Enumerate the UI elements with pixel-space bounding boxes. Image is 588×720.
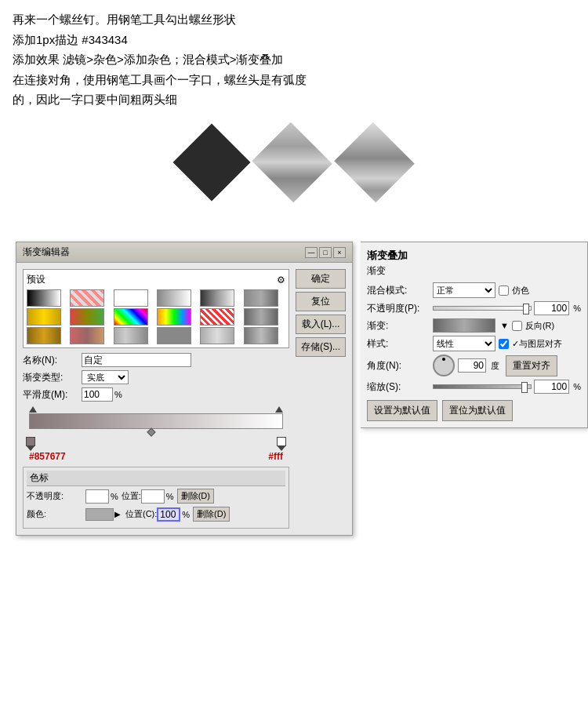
preset-item[interactable] <box>244 289 278 307</box>
opacity-pos-unit: % <box>166 492 174 501</box>
color-stop-left[interactable] <box>26 437 35 451</box>
text-line-3: 添加效果 滤镜>杂色>添加杂色；混合模式>渐变叠加 <box>13 49 575 70</box>
preset-item[interactable] <box>244 327 278 344</box>
preset-item[interactable] <box>70 308 104 325</box>
style-row: 样式: 线性 ✓与图层对齐 <box>367 336 581 351</box>
blend-label: 混合模式: <box>367 284 430 297</box>
preset-item[interactable] <box>70 289 104 307</box>
dialog-body: 预设 ⚙ <box>16 263 352 535</box>
shape-dark-diamond <box>173 123 251 201</box>
shape-3d-diamond <box>334 122 415 202</box>
preset-item[interactable] <box>200 327 234 344</box>
preset-item[interactable] <box>200 289 234 307</box>
angle-degree-label: 度 <box>491 360 499 372</box>
preset-item[interactable] <box>200 308 234 325</box>
color-position-input[interactable] <box>157 507 180 522</box>
opacity-stop-right[interactable] <box>275 406 283 413</box>
opacity-stop-left[interactable] <box>29 406 37 413</box>
gradient-row: 渐变: ▼ 反向(R) <box>367 318 581 333</box>
save-button[interactable]: 存储(S)... <box>296 337 346 357</box>
opacity-percent-row: 不透明度(P): % <box>367 301 581 315</box>
text-line-5: 的，因此一字口要中间粗两头细 <box>13 89 575 110</box>
name-label: 名称(N): <box>23 354 82 367</box>
dialog-right-buttons: 确定 复位 载入(L)... 存储(S)... <box>296 269 346 529</box>
titlebar-controls: — □ × <box>305 247 346 258</box>
bottom-buttons: 设置为默认值 置位为默认值 <box>367 400 581 421</box>
preset-item[interactable] <box>157 308 191 325</box>
gradient-bar <box>30 414 282 428</box>
set-default-button[interactable]: 设置为默认值 <box>367 400 437 421</box>
midpoint-marker[interactable] <box>147 427 156 436</box>
align-layer-checkbox[interactable] <box>499 339 509 349</box>
preset-item[interactable] <box>114 289 148 307</box>
color-arrow-icon[interactable]: ▶ <box>114 510 121 518</box>
opacity-slider[interactable] <box>433 306 532 311</box>
preset-item[interactable] <box>157 327 191 344</box>
restore-button[interactable]: □ <box>319 247 332 258</box>
blend-select[interactable]: 正常 <box>433 282 495 298</box>
opacity-value-input[interactable] <box>534 301 569 315</box>
smooth-input[interactable] <box>82 387 113 402</box>
angle-input[interactable] <box>458 358 486 373</box>
reset-default-button[interactable]: 置位为默认值 <box>442 400 513 421</box>
overlay-section-title: 渐变叠加 <box>367 249 581 263</box>
scale-slider[interactable] <box>433 384 532 389</box>
reset-button[interactable]: 复位 <box>296 292 346 311</box>
preset-item[interactable] <box>27 289 61 307</box>
angle-row: 角度(N): 度 重置对齐 <box>367 355 581 376</box>
preset-item[interactable] <box>27 308 61 325</box>
scale-row: 缩放(S): % <box>367 380 581 394</box>
preset-label: 预设 <box>27 273 45 286</box>
color-stops-row <box>23 437 289 451</box>
angle-label: 角度(N): <box>367 359 430 373</box>
delete-opacity-button[interactable]: 删除(D) <box>177 489 214 504</box>
scale-thumb[interactable] <box>521 382 528 393</box>
align-layer-label: ✓与图层对齐 <box>512 338 562 350</box>
opacity-stops-row <box>23 406 289 413</box>
fake-color-label: 仿色 <box>512 285 529 296</box>
gradient-bar-wrapper <box>29 413 283 429</box>
preset-section: 预设 ⚙ <box>23 269 289 348</box>
delete-color-button[interactable]: 删除(D) <box>193 507 230 522</box>
color-swatch[interactable] <box>85 508 114 521</box>
fake-color-checkbox[interactable] <box>499 285 509 296</box>
style-select[interactable]: 线性 <box>433 336 495 351</box>
preset-item[interactable] <box>157 289 191 307</box>
name-row: 名称(N): <box>23 353 289 367</box>
opacity-label: 不透明度: <box>27 490 85 502</box>
color-stop-title: 色标 <box>27 471 285 486</box>
angle-knob[interactable] <box>433 355 455 376</box>
minimize-button[interactable]: — <box>305 247 318 258</box>
opacity-thumb[interactable] <box>523 304 529 315</box>
ok-button[interactable]: 确定 <box>296 269 346 289</box>
dialog-title: 渐变编辑器 <box>23 245 70 259</box>
preset-item[interactable] <box>114 327 148 344</box>
shape-metallic-diamond <box>252 122 332 202</box>
scale-value-input[interactable] <box>534 380 569 394</box>
name-input[interactable] <box>82 353 191 367</box>
load-button[interactable]: 载入(L)... <box>296 315 346 334</box>
reset-angle-button[interactable]: 重置对齐 <box>506 355 557 376</box>
midpoint-row <box>29 429 283 437</box>
preset-item[interactable] <box>70 327 104 344</box>
gradient-dropdown-icon[interactable]: ▼ <box>500 321 509 330</box>
smooth-row: 平滑度(M): % <box>23 387 289 402</box>
scale-label: 缩放(S): <box>367 380 430 394</box>
color-stop-right[interactable] <box>277 437 286 451</box>
preset-item[interactable] <box>27 327 61 344</box>
opacity-position-input[interactable] <box>141 489 165 504</box>
reverse-checkbox[interactable] <box>512 321 522 331</box>
text-line-4: 在连接对角，使用钢笔工具画个一字口，螺丝头是有弧度 <box>13 70 575 90</box>
color-position-label: 位置(C): <box>125 508 157 520</box>
opacity-input[interactable] <box>85 489 109 504</box>
left-panel: 预设 ⚙ <box>23 269 289 529</box>
text-line-1: 再来一个螺丝钉。用钢笔工具勾出螺丝形状 <box>13 9 575 30</box>
preset-item[interactable] <box>114 308 148 325</box>
opacity-row: 不透明度: % 位置: % 删除(D) <box>27 489 285 504</box>
type-select[interactable]: 实底 <box>82 370 129 384</box>
gradient-preview[interactable] <box>433 318 495 333</box>
close-button[interactable]: × <box>333 247 346 258</box>
smooth-unit: % <box>114 390 122 399</box>
preset-item[interactable] <box>244 308 278 325</box>
gear-icon[interactable]: ⚙ <box>277 275 285 285</box>
